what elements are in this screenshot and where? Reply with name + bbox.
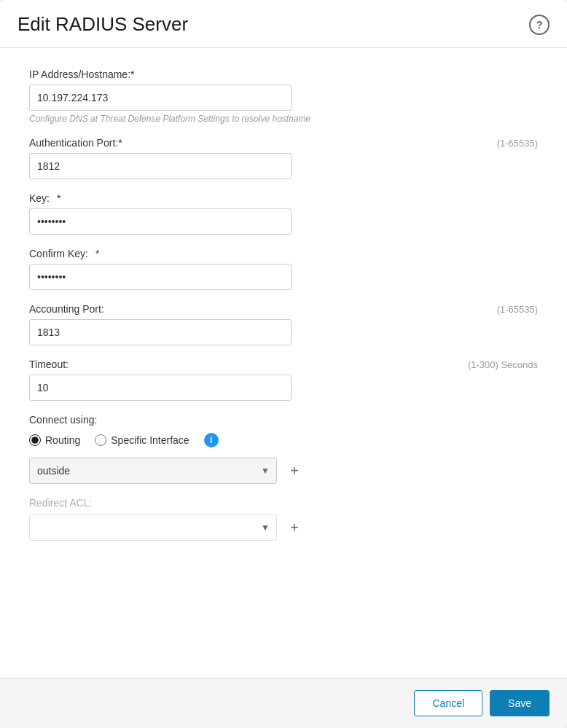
specific-interface-label: Specific Interface	[111, 434, 189, 446]
confirm-key-group: Confirm Key:*	[29, 248, 538, 290]
save-button[interactable]: Save	[490, 690, 550, 716]
dialog-body: IP Address/Hostname:* Configure DNS at T…	[0, 48, 567, 678]
routing-option[interactable]: Routing	[29, 434, 80, 446]
connect-using-group: Connect using: Routing Specific Interfac…	[29, 414, 538, 484]
redirect-acl-select-wrapper: ▼	[29, 514, 277, 541]
auth-port-label: Authentication Port:* (1-65535)	[29, 137, 538, 149]
edit-radius-dialog: Edit RADIUS Server ? IP Address/Hostname…	[0, 0, 567, 728]
redirect-acl-select[interactable]	[29, 514, 277, 541]
connect-using-label: Connect using:	[29, 414, 538, 426]
redirect-acl-add-button[interactable]: +	[284, 517, 305, 538]
key-group: Key:*	[29, 192, 538, 235]
interface-select-wrapper: outside inside dmz ▼	[29, 458, 277, 484]
help-icon[interactable]: ?	[529, 15, 550, 35]
auth-port-range: (1-65535)	[497, 138, 538, 149]
redirect-acl-group: Redirect ACL: ▼ +	[29, 497, 538, 541]
dialog-footer: Cancel Save	[0, 678, 567, 728]
interface-add-button[interactable]: +	[284, 461, 305, 481]
auth-port-label-text: Authentication Port:*	[29, 137, 122, 149]
redirect-acl-select-row: ▼ +	[29, 514, 306, 541]
accounting-port-range: (1-65535)	[497, 304, 538, 315]
dialog-title: Edit RADIUS Server	[17, 13, 188, 36]
connect-using-radio-group: Routing Specific Interface i	[29, 433, 538, 447]
auth-port-group: Authentication Port:* (1-65535)	[29, 137, 538, 179]
dialog-header: Edit RADIUS Server ?	[0, 0, 567, 48]
specific-interface-option[interactable]: Specific Interface	[95, 434, 189, 446]
redirect-acl-label: Redirect ACL:	[29, 497, 538, 509]
ip-hostname-input[interactable]	[29, 85, 292, 111]
timeout-range: (1-300) Seconds	[468, 359, 538, 370]
ip-hostname-hint: Configure DNS at Threat Defense Platform…	[29, 114, 538, 124]
auth-port-input[interactable]	[29, 153, 292, 179]
accounting-port-input[interactable]	[29, 319, 292, 345]
key-input[interactable]	[29, 208, 292, 235]
confirm-key-input[interactable]	[29, 264, 292, 290]
accounting-port-group: Accounting Port: (1-65535)	[29, 303, 538, 345]
key-label: Key:*	[29, 192, 538, 204]
info-icon[interactable]: i	[204, 433, 219, 447]
ip-hostname-label: IP Address/Hostname:*	[29, 69, 538, 80]
cancel-button[interactable]: Cancel	[414, 690, 482, 716]
ip-hostname-label-text: IP Address/Hostname:*	[29, 69, 135, 80]
routing-label: Routing	[45, 434, 80, 446]
interface-select-row: outside inside dmz ▼ +	[29, 458, 306, 484]
timeout-label: Timeout: (1-300) Seconds	[29, 359, 538, 370]
specific-interface-radio[interactable]	[95, 434, 106, 446]
timeout-input[interactable]	[29, 375, 292, 401]
timeout-group: Timeout: (1-300) Seconds	[29, 359, 538, 401]
confirm-key-label: Confirm Key:*	[29, 248, 538, 259]
accounting-port-label: Accounting Port: (1-65535)	[29, 303, 538, 315]
ip-hostname-group: IP Address/Hostname:* Configure DNS at T…	[29, 69, 538, 124]
routing-radio[interactable]	[29, 434, 41, 446]
interface-select[interactable]: outside inside dmz	[29, 458, 277, 484]
